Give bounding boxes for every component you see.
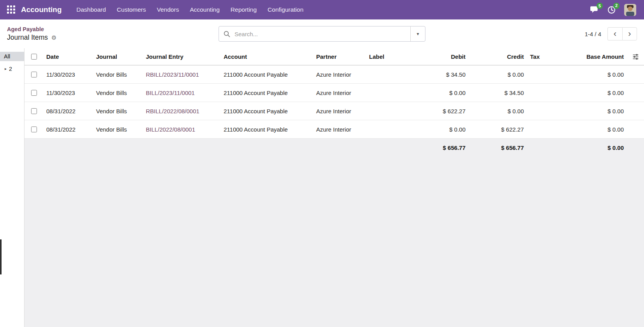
app-name[interactable]: Accounting [21, 5, 62, 14]
table-row[interactable]: 11/30/2023 Vendor Bills BILL/2023/11/000… [24, 84, 644, 102]
apps-menu-icon[interactable] [7, 5, 16, 14]
column-header-base-amount[interactable]: Base Amount [552, 53, 627, 60]
left-scrollbar-thumb[interactable] [0, 239, 2, 274]
cell-partner: Azure Interior [313, 126, 366, 133]
row-checkbox[interactable] [31, 127, 37, 132]
chevron-right-icon: › [628, 29, 631, 39]
total-debit: $ 656.77 [422, 144, 469, 151]
journal-entry-link[interactable]: RBILL/2022/08/0001 [143, 108, 220, 114]
row-checkbox[interactable] [31, 72, 37, 77]
journal-entry-link[interactable]: BILL/2022/08/0001 [143, 126, 220, 133]
journal-entry-link[interactable]: BILL/2023/11/0001 [143, 90, 220, 96]
cell-debit: $ 34.50 [422, 71, 469, 78]
table-totals-row: $ 656.77 $ 656.77 $ 0.00 [24, 139, 644, 157]
pager-previous-button[interactable]: ‹ [607, 27, 622, 40]
cell-account: 211000 Account Payable [220, 71, 313, 78]
content-area: All ▸ 2 Date Journal Journal Entry Accou… [0, 48, 644, 327]
cell-account: 211000 Account Payable [220, 126, 313, 133]
cell-partner: Azure Interior [313, 71, 366, 78]
column-header-journal-entry[interactable]: Journal Entry [143, 53, 220, 60]
table-row[interactable]: 11/30/2023 Vendor Bills RBILL/2023/11/00… [24, 65, 644, 84]
total-credit: $ 656.77 [469, 144, 527, 151]
messages-badge: 5 [597, 3, 603, 9]
search-bar: ▾ [219, 26, 425, 42]
search-panel: All ▸ 2 [0, 48, 24, 327]
cell-account: 211000 Account Payable [220, 108, 313, 114]
breadcrumb-aged-payable[interactable]: Aged Payable [7, 26, 57, 32]
pager: 1-4 / 4 ‹ › [584, 27, 637, 40]
nav-item-customers[interactable]: Customers [111, 0, 151, 19]
sliders-icon [632, 54, 639, 60]
gear-icon[interactable]: ⚙ [51, 35, 56, 40]
page-title: Journal Items [7, 33, 48, 42]
chevron-left-icon: ‹ [614, 29, 616, 39]
search-panel-group[interactable]: ▸ 2 [0, 61, 24, 72]
cell-base-amount: $ 0.00 [552, 108, 627, 114]
optional-columns-button[interactable] [627, 54, 644, 60]
column-header-tax[interactable]: Tax [527, 53, 552, 60]
cell-debit: $ 0.00 [422, 126, 469, 133]
cell-debit: $ 622.27 [422, 108, 469, 114]
cell-partner: Azure Interior [313, 108, 366, 114]
control-panel: Aged Payable Journal Items ⚙ ▾ 1-4 / 4 ‹… [0, 19, 644, 48]
cell-partner: Azure Interior [313, 90, 366, 96]
table-row[interactable]: 08/31/2022 Vendor Bills BILL/2022/08/000… [24, 120, 644, 139]
chevron-down-icon: ▾ [416, 31, 419, 37]
nav-item-configuration[interactable]: Configuration [262, 0, 309, 19]
cell-base-amount: $ 0.00 [552, 90, 627, 96]
search-dropdown-toggle[interactable]: ▾ [410, 26, 425, 41]
cell-credit: $ 34.50 [469, 90, 527, 96]
column-header-credit[interactable]: Credit [469, 53, 527, 60]
column-header-label[interactable]: Label [366, 53, 422, 60]
table-header-row: Date Journal Journal Entry Account Partn… [24, 48, 644, 65]
pager-range: 1-4 / 4 [584, 31, 601, 37]
column-header-partner[interactable]: Partner [313, 53, 366, 60]
cell-credit: $ 0.00 [469, 71, 527, 78]
search-input[interactable] [234, 30, 410, 38]
cell-credit: $ 622.27 [469, 126, 527, 133]
cell-base-amount: $ 0.00 [552, 126, 627, 133]
user-avatar[interactable] [624, 4, 636, 16]
row-checkbox[interactable] [31, 90, 37, 96]
column-header-journal[interactable]: Journal [93, 53, 143, 60]
breadcrumb: Aged Payable Journal Items ⚙ [7, 26, 57, 42]
row-checkbox[interactable] [31, 108, 37, 114]
nav-item-reporting[interactable]: Reporting [225, 0, 262, 19]
total-base-amount: $ 0.00 [552, 144, 627, 151]
activities-button[interactable]: 2 [607, 6, 616, 14]
activities-badge: 2 [613, 3, 620, 9]
search-panel-item-all[interactable]: All [0, 52, 24, 61]
messages-button[interactable]: 5 [590, 6, 599, 14]
cell-journal: Vendor Bills [93, 90, 143, 96]
search-icon [219, 31, 234, 37]
cell-credit: $ 0.00 [469, 108, 527, 114]
cell-date: 08/31/2022 [43, 108, 93, 114]
select-all-checkbox[interactable] [31, 54, 37, 60]
top-navbar: Accounting Dashboard Customers Vendors A… [0, 0, 644, 19]
search-panel-group-label: 2 [9, 66, 12, 72]
cell-date: 08/31/2022 [43, 126, 93, 133]
table-row[interactable]: 08/31/2022 Vendor Bills RBILL/2022/08/00… [24, 102, 644, 120]
column-header-date[interactable]: Date [43, 53, 93, 60]
cell-journal: Vendor Bills [93, 108, 143, 114]
nav-item-dashboard[interactable]: Dashboard [71, 0, 112, 19]
journal-entry-link[interactable]: RBILL/2023/11/0001 [143, 71, 220, 78]
cell-journal: Vendor Bills [93, 71, 143, 78]
cell-account: 211000 Account Payable [220, 90, 313, 96]
cell-date: 11/30/2023 [43, 71, 93, 78]
cell-journal: Vendor Bills [93, 126, 143, 133]
pager-next-button[interactable]: › [622, 27, 637, 40]
navbar-systray: 5 2 [590, 4, 639, 16]
column-header-debit[interactable]: Debit [422, 53, 469, 60]
journal-items-list: Date Journal Journal Entry Account Partn… [24, 48, 644, 327]
triangle-right-icon: ▸ [5, 67, 7, 71]
nav-item-vendors[interactable]: Vendors [151, 0, 184, 19]
cell-date: 11/30/2023 [43, 90, 93, 96]
cell-debit: $ 0.00 [422, 90, 469, 96]
column-header-account[interactable]: Account [220, 53, 313, 60]
nav-item-accounting[interactable]: Accounting [184, 0, 225, 19]
cell-base-amount: $ 0.00 [552, 71, 627, 78]
